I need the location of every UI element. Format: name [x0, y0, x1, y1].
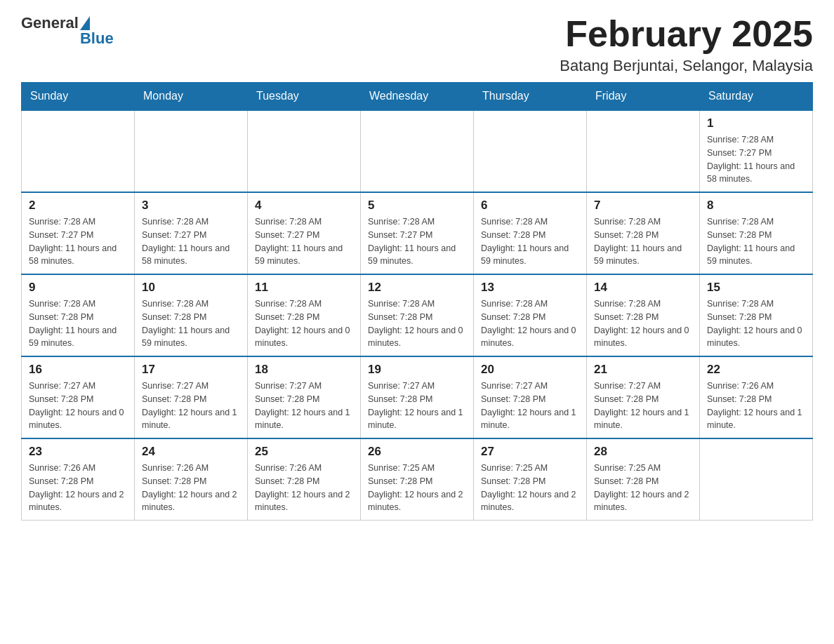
calendar-day-cell: 14Sunrise: 7:28 AMSunset: 7:28 PMDayligh…	[587, 274, 700, 356]
calendar-day-cell: 9Sunrise: 7:28 AMSunset: 7:28 PMDaylight…	[22, 274, 135, 356]
day-info: Sunrise: 7:26 AMSunset: 7:28 PMDaylight:…	[142, 462, 240, 514]
calendar-day-cell: 20Sunrise: 7:27 AMSunset: 7:28 PMDayligh…	[474, 356, 587, 438]
calendar-header-friday: Friday	[587, 83, 700, 111]
day-number: 14	[594, 281, 692, 295]
calendar-day-cell: 19Sunrise: 7:27 AMSunset: 7:28 PMDayligh…	[361, 356, 474, 438]
calendar-day-cell: 15Sunrise: 7:28 AMSunset: 7:28 PMDayligh…	[700, 274, 813, 356]
day-info: Sunrise: 7:28 AMSunset: 7:28 PMDaylight:…	[368, 297, 466, 350]
day-number: 9	[29, 281, 127, 295]
calendar-day-cell: 21Sunrise: 7:27 AMSunset: 7:28 PMDayligh…	[587, 356, 700, 438]
calendar-day-cell: 6Sunrise: 7:28 AMSunset: 7:28 PMDaylight…	[474, 192, 587, 274]
day-number: 25	[255, 445, 353, 459]
day-number: 11	[255, 281, 353, 295]
calendar-day-cell	[700, 438, 813, 521]
calendar-week-row: 9Sunrise: 7:28 AMSunset: 7:28 PMDaylight…	[22, 274, 813, 356]
calendar-day-cell: 5Sunrise: 7:28 AMSunset: 7:27 PMDaylight…	[361, 192, 474, 274]
logo-triangle-icon	[80, 16, 90, 30]
day-info: Sunrise: 7:27 AMSunset: 7:28 PMDaylight:…	[255, 380, 353, 432]
day-info: Sunrise: 7:28 AMSunset: 7:28 PMDaylight:…	[29, 297, 127, 350]
day-info: Sunrise: 7:27 AMSunset: 7:28 PMDaylight:…	[142, 380, 240, 432]
calendar-day-cell: 11Sunrise: 7:28 AMSunset: 7:28 PMDayligh…	[248, 274, 361, 356]
day-number: 22	[707, 363, 805, 377]
day-info: Sunrise: 7:28 AMSunset: 7:28 PMDaylight:…	[707, 215, 805, 268]
day-number: 16	[29, 363, 127, 377]
calendar-table: SundayMondayTuesdayWednesdayThursdayFrid…	[21, 82, 813, 521]
calendar-header-wednesday: Wednesday	[361, 83, 474, 111]
calendar-day-cell: 3Sunrise: 7:28 AMSunset: 7:27 PMDaylight…	[135, 192, 248, 274]
calendar-header-monday: Monday	[135, 83, 248, 111]
calendar-day-cell	[474, 110, 587, 192]
calendar-day-cell	[587, 110, 700, 192]
calendar-day-cell: 27Sunrise: 7:25 AMSunset: 7:28 PMDayligh…	[474, 438, 587, 521]
day-info: Sunrise: 7:27 AMSunset: 7:28 PMDaylight:…	[594, 380, 692, 432]
day-number: 6	[481, 199, 579, 213]
day-info: Sunrise: 7:27 AMSunset: 7:28 PMDaylight:…	[481, 380, 579, 432]
calendar-week-row: 1Sunrise: 7:28 AMSunset: 7:27 PMDaylight…	[22, 110, 813, 192]
day-number: 19	[368, 363, 466, 377]
calendar-day-cell: 24Sunrise: 7:26 AMSunset: 7:28 PMDayligh…	[135, 438, 248, 521]
calendar-week-row: 16Sunrise: 7:27 AMSunset: 7:28 PMDayligh…	[22, 356, 813, 438]
day-info: Sunrise: 7:28 AMSunset: 7:28 PMDaylight:…	[707, 297, 805, 350]
logo-blue-text: Blue	[80, 29, 114, 48]
day-info: Sunrise: 7:26 AMSunset: 7:28 PMDaylight:…	[707, 380, 805, 432]
day-number: 27	[481, 445, 579, 459]
calendar-day-cell: 23Sunrise: 7:26 AMSunset: 7:28 PMDayligh…	[22, 438, 135, 521]
calendar-day-cell: 28Sunrise: 7:25 AMSunset: 7:28 PMDayligh…	[587, 438, 700, 521]
day-number: 5	[368, 199, 466, 213]
day-info: Sunrise: 7:28 AMSunset: 7:27 PMDaylight:…	[368, 215, 466, 268]
calendar-day-cell: 26Sunrise: 7:25 AMSunset: 7:28 PMDayligh…	[361, 438, 474, 521]
calendar-day-cell: 7Sunrise: 7:28 AMSunset: 7:28 PMDaylight…	[587, 192, 700, 274]
day-number: 1	[707, 116, 805, 130]
calendar-day-cell: 22Sunrise: 7:26 AMSunset: 7:28 PMDayligh…	[700, 356, 813, 438]
day-number: 21	[594, 363, 692, 377]
day-number: 28	[594, 445, 692, 459]
day-number: 24	[142, 445, 240, 459]
logo: General General Blue	[21, 14, 114, 48]
day-info: Sunrise: 7:28 AMSunset: 7:28 PMDaylight:…	[255, 297, 353, 350]
calendar-day-cell: 10Sunrise: 7:28 AMSunset: 7:28 PMDayligh…	[135, 274, 248, 356]
day-number: 15	[707, 281, 805, 295]
day-number: 3	[142, 199, 240, 213]
day-info: Sunrise: 7:28 AMSunset: 7:28 PMDaylight:…	[594, 297, 692, 350]
day-info: Sunrise: 7:27 AMSunset: 7:28 PMDaylight:…	[368, 380, 466, 432]
day-info: Sunrise: 7:25 AMSunset: 7:28 PMDaylight:…	[481, 462, 579, 514]
day-number: 23	[29, 445, 127, 459]
calendar-day-cell: 17Sunrise: 7:27 AMSunset: 7:28 PMDayligh…	[135, 356, 248, 438]
calendar-header-saturday: Saturday	[700, 83, 813, 111]
page-header: General General Blue February 2025 Batan…	[21, 14, 813, 75]
calendar-week-row: 23Sunrise: 7:26 AMSunset: 7:28 PMDayligh…	[22, 438, 813, 521]
day-number: 7	[594, 199, 692, 213]
calendar-day-cell: 4Sunrise: 7:28 AMSunset: 7:27 PMDaylight…	[248, 192, 361, 274]
calendar-day-cell: 16Sunrise: 7:27 AMSunset: 7:28 PMDayligh…	[22, 356, 135, 438]
day-info: Sunrise: 7:28 AMSunset: 7:27 PMDaylight:…	[29, 215, 127, 268]
day-number: 2	[29, 199, 127, 213]
day-number: 4	[255, 199, 353, 213]
day-info: Sunrise: 7:26 AMSunset: 7:28 PMDaylight:…	[29, 462, 127, 514]
calendar-day-cell	[248, 110, 361, 192]
calendar-week-row: 2Sunrise: 7:28 AMSunset: 7:27 PMDaylight…	[22, 192, 813, 274]
calendar-day-cell: 12Sunrise: 7:28 AMSunset: 7:28 PMDayligh…	[361, 274, 474, 356]
calendar-day-cell	[361, 110, 474, 192]
day-info: Sunrise: 7:27 AMSunset: 7:28 PMDaylight:…	[29, 380, 127, 432]
day-number: 12	[368, 281, 466, 295]
day-info: Sunrise: 7:28 AMSunset: 7:27 PMDaylight:…	[142, 215, 240, 268]
calendar-day-cell: 25Sunrise: 7:26 AMSunset: 7:28 PMDayligh…	[248, 438, 361, 521]
day-number: 10	[142, 281, 240, 295]
day-number: 20	[481, 363, 579, 377]
calendar-day-cell: 13Sunrise: 7:28 AMSunset: 7:28 PMDayligh…	[474, 274, 587, 356]
day-info: Sunrise: 7:25 AMSunset: 7:28 PMDaylight:…	[368, 462, 466, 514]
calendar-header-row: SundayMondayTuesdayWednesdayThursdayFrid…	[22, 83, 813, 111]
calendar-day-cell	[22, 110, 135, 192]
day-number: 17	[142, 363, 240, 377]
day-info: Sunrise: 7:28 AMSunset: 7:28 PMDaylight:…	[481, 297, 579, 350]
title-section: February 2025 Batang Berjuntai, Selangor…	[560, 14, 813, 75]
day-info: Sunrise: 7:28 AMSunset: 7:27 PMDaylight:…	[255, 215, 353, 268]
calendar-day-cell	[135, 110, 248, 192]
day-number: 18	[255, 363, 353, 377]
day-info: Sunrise: 7:25 AMSunset: 7:28 PMDaylight:…	[594, 462, 692, 514]
calendar-day-cell: 18Sunrise: 7:27 AMSunset: 7:28 PMDayligh…	[248, 356, 361, 438]
calendar-day-cell: 2Sunrise: 7:28 AMSunset: 7:27 PMDaylight…	[22, 192, 135, 274]
day-info: Sunrise: 7:26 AMSunset: 7:28 PMDaylight:…	[255, 462, 353, 514]
calendar-header-thursday: Thursday	[474, 83, 587, 111]
day-info: Sunrise: 7:28 AMSunset: 7:27 PMDaylight:…	[707, 133, 805, 186]
